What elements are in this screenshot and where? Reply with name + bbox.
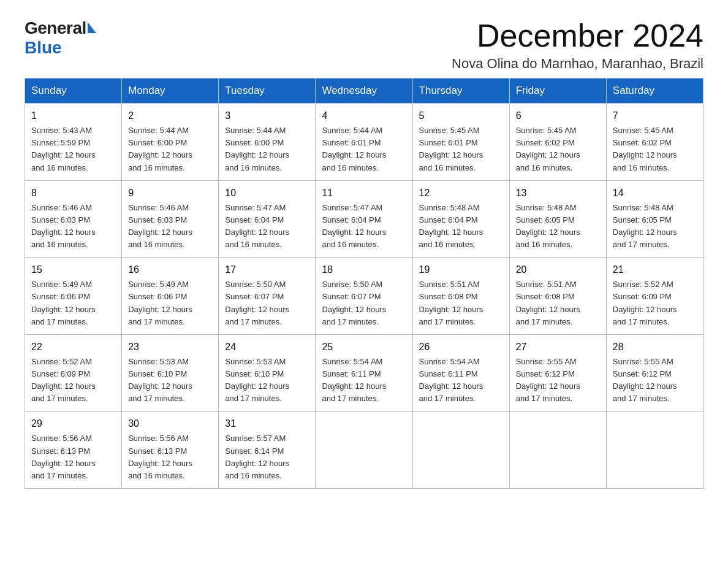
day-number: 13 [516, 186, 600, 201]
day-number: 23 [128, 340, 212, 354]
day-info: Sunrise: 5:56 AMSunset: 6:13 PMDaylight:… [31, 432, 115, 482]
calendar-cell: 21Sunrise: 5:52 AMSunset: 6:09 PMDayligh… [606, 258, 703, 335]
calendar-cell: 20Sunrise: 5:51 AMSunset: 6:08 PMDayligh… [509, 258, 606, 335]
calendar-cell: 11Sunrise: 5:47 AMSunset: 6:04 PMDayligh… [316, 180, 412, 258]
logo-arrow-icon [88, 22, 96, 33]
calendar-cell: 16Sunrise: 5:49 AMSunset: 6:06 PMDayligh… [122, 258, 219, 335]
week-row-4: 22Sunrise: 5:52 AMSunset: 6:09 PMDayligh… [25, 334, 703, 412]
day-info: Sunrise: 5:44 AMSunset: 6:01 PMDaylight:… [322, 124, 406, 174]
day-number: 30 [128, 416, 212, 431]
calendar-cell: 12Sunrise: 5:48 AMSunset: 6:04 PMDayligh… [412, 180, 509, 258]
header-thursday: Thursday [412, 79, 509, 104]
day-number: 29 [31, 416, 115, 431]
day-info: Sunrise: 5:44 AMSunset: 6:00 PMDaylight:… [225, 124, 309, 174]
day-number: 21 [613, 262, 697, 277]
calendar-cell: 8Sunrise: 5:46 AMSunset: 6:03 PMDaylight… [25, 180, 122, 258]
calendar-cell: 28Sunrise: 5:55 AMSunset: 6:12 PMDayligh… [606, 334, 703, 412]
month-title: December 2024 [452, 18, 703, 53]
calendar-cell [412, 412, 509, 489]
day-info: Sunrise: 5:51 AMSunset: 6:08 PMDaylight:… [419, 278, 503, 328]
header-saturday: Saturday [606, 79, 703, 104]
calendar-cell: 5Sunrise: 5:45 AMSunset: 6:01 PMDaylight… [412, 104, 509, 181]
day-number: 16 [128, 262, 212, 277]
day-number: 20 [516, 262, 600, 277]
calendar-table: SundayMondayTuesdayWednesdayThursdayFrid… [25, 78, 703, 489]
day-info: Sunrise: 5:45 AMSunset: 6:02 PMDaylight:… [516, 124, 600, 174]
week-row-5: 29Sunrise: 5:56 AMSunset: 6:13 PMDayligh… [25, 412, 703, 489]
day-number: 11 [322, 186, 406, 201]
day-info: Sunrise: 5:55 AMSunset: 6:12 PMDaylight:… [516, 356, 600, 405]
day-number: 6 [516, 109, 600, 123]
day-number: 14 [613, 186, 697, 201]
logo-general-text: General [25, 18, 86, 38]
calendar-cell: 7Sunrise: 5:45 AMSunset: 6:02 PMDaylight… [606, 104, 703, 181]
day-info: Sunrise: 5:47 AMSunset: 6:04 PMDaylight:… [225, 202, 309, 251]
week-row-3: 15Sunrise: 5:49 AMSunset: 6:06 PMDayligh… [25, 258, 703, 335]
header-monday: Monday [122, 79, 219, 104]
day-number: 25 [322, 340, 406, 354]
day-info: Sunrise: 5:48 AMSunset: 6:04 PMDaylight:… [419, 202, 503, 251]
calendar-cell: 23Sunrise: 5:53 AMSunset: 6:10 PMDayligh… [122, 334, 219, 412]
day-info: Sunrise: 5:44 AMSunset: 6:00 PMDaylight:… [128, 124, 212, 174]
day-number: 24 [225, 340, 309, 354]
day-info: Sunrise: 5:54 AMSunset: 6:11 PMDaylight:… [322, 356, 406, 405]
day-info: Sunrise: 5:43 AMSunset: 5:59 PMDaylight:… [31, 124, 115, 174]
day-info: Sunrise: 5:52 AMSunset: 6:09 PMDaylight:… [613, 278, 697, 328]
day-info: Sunrise: 5:50 AMSunset: 6:07 PMDaylight:… [225, 278, 309, 328]
logo: General Blue [25, 18, 96, 58]
day-info: Sunrise: 5:50 AMSunset: 6:07 PMDaylight:… [322, 278, 406, 328]
day-number: 22 [31, 340, 115, 354]
day-info: Sunrise: 5:52 AMSunset: 6:09 PMDaylight:… [31, 356, 115, 405]
calendar-cell: 29Sunrise: 5:56 AMSunset: 6:13 PMDayligh… [25, 412, 122, 489]
calendar-cell [509, 412, 606, 489]
day-info: Sunrise: 5:49 AMSunset: 6:06 PMDaylight:… [128, 278, 212, 328]
day-info: Sunrise: 5:47 AMSunset: 6:04 PMDaylight:… [322, 202, 406, 251]
calendar-cell: 1Sunrise: 5:43 AMSunset: 5:59 PMDaylight… [25, 104, 122, 181]
title-block: December 2024 Nova Olina do Marnhao, Mar… [452, 18, 703, 72]
day-number: 1 [31, 109, 115, 123]
calendar-cell: 30Sunrise: 5:56 AMSunset: 6:13 PMDayligh… [122, 412, 219, 489]
day-info: Sunrise: 5:53 AMSunset: 6:10 PMDaylight:… [128, 356, 212, 405]
calendar-cell: 9Sunrise: 5:46 AMSunset: 6:03 PMDaylight… [122, 180, 219, 258]
header-wednesday: Wednesday [316, 79, 412, 104]
day-info: Sunrise: 5:48 AMSunset: 6:05 PMDaylight:… [613, 202, 697, 251]
day-number: 10 [225, 186, 309, 201]
day-number: 28 [613, 340, 697, 354]
day-info: Sunrise: 5:49 AMSunset: 6:06 PMDaylight:… [31, 278, 115, 328]
week-row-1: 1Sunrise: 5:43 AMSunset: 5:59 PMDaylight… [25, 104, 703, 181]
calendar-cell: 4Sunrise: 5:44 AMSunset: 6:01 PMDaylight… [316, 104, 412, 181]
day-info: Sunrise: 5:54 AMSunset: 6:11 PMDaylight:… [419, 356, 503, 405]
day-info: Sunrise: 5:45 AMSunset: 6:01 PMDaylight:… [419, 124, 503, 174]
calendar-cell: 31Sunrise: 5:57 AMSunset: 6:14 PMDayligh… [219, 412, 316, 489]
calendar-cell: 10Sunrise: 5:47 AMSunset: 6:04 PMDayligh… [219, 180, 316, 258]
day-number: 5 [419, 109, 503, 123]
header-tuesday: Tuesday [219, 79, 316, 104]
day-number: 2 [128, 109, 212, 123]
day-info: Sunrise: 5:56 AMSunset: 6:13 PMDaylight:… [128, 432, 212, 482]
day-info: Sunrise: 5:48 AMSunset: 6:05 PMDaylight:… [516, 202, 600, 251]
calendar-cell: 26Sunrise: 5:54 AMSunset: 6:11 PMDayligh… [412, 334, 509, 412]
day-number: 3 [225, 109, 309, 123]
calendar-header-row: SundayMondayTuesdayWednesdayThursdayFrid… [25, 79, 703, 104]
calendar-cell: 3Sunrise: 5:44 AMSunset: 6:00 PMDaylight… [219, 104, 316, 181]
calendar-cell: 22Sunrise: 5:52 AMSunset: 6:09 PMDayligh… [25, 334, 122, 412]
header-sunday: Sunday [25, 79, 122, 104]
day-info: Sunrise: 5:46 AMSunset: 6:03 PMDaylight:… [31, 202, 115, 251]
day-number: 9 [128, 186, 212, 201]
day-number: 18 [322, 262, 406, 277]
day-number: 31 [225, 416, 309, 431]
calendar-cell [606, 412, 703, 489]
calendar-cell: 18Sunrise: 5:50 AMSunset: 6:07 PMDayligh… [316, 258, 412, 335]
day-info: Sunrise: 5:46 AMSunset: 6:03 PMDaylight:… [128, 202, 212, 251]
day-info: Sunrise: 5:57 AMSunset: 6:14 PMDaylight:… [225, 432, 309, 482]
day-number: 12 [419, 186, 503, 201]
calendar-cell: 19Sunrise: 5:51 AMSunset: 6:08 PMDayligh… [412, 258, 509, 335]
calendar-cell [316, 412, 412, 489]
header-friday: Friday [509, 79, 606, 104]
calendar-cell: 6Sunrise: 5:45 AMSunset: 6:02 PMDaylight… [509, 104, 606, 181]
week-row-2: 8Sunrise: 5:46 AMSunset: 6:03 PMDaylight… [25, 180, 703, 258]
day-number: 15 [31, 262, 115, 277]
page-header: General Blue December 2024 Nova Olina do… [25, 18, 703, 72]
day-number: 4 [322, 109, 406, 123]
location-title: Nova Olina do Marnhao, Maranhao, Brazil [452, 56, 703, 72]
